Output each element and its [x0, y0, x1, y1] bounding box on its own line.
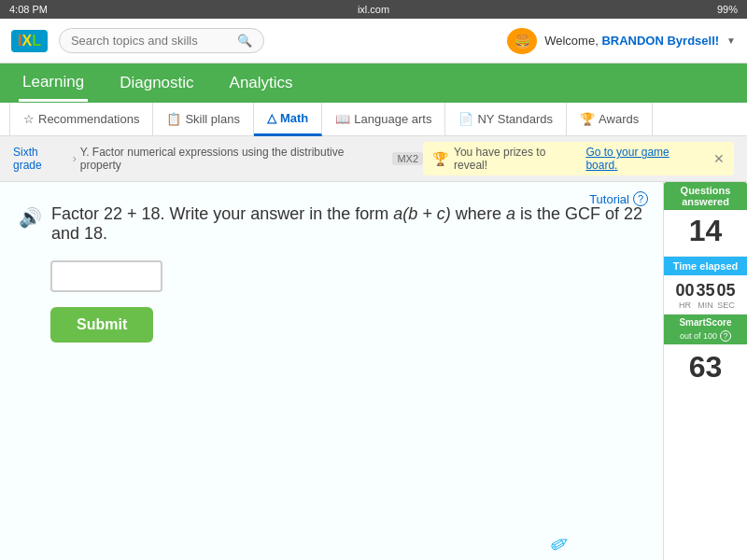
mx-badge: MX2: [392, 152, 423, 165]
time-hr: 00 HR: [675, 281, 694, 310]
tab-awards[interactable]: 🏆 Awards: [567, 103, 653, 136]
recommendations-icon: ☆: [23, 112, 35, 126]
nav-right: 🍔 Welcome, BRANDON Byrdsell! ▼: [507, 28, 736, 54]
status-bar: 4:08 PM ixl.com 99%: [0, 0, 747, 19]
breadcrumb-separator: ›: [73, 152, 77, 165]
question-area: Tutorial ? 🔊 Factor 22 + 18. Write your …: [0, 182, 663, 560]
breadcrumb: Sixth grade › Y. Factor numerical expres…: [13, 146, 423, 172]
top-nav: IXL 🔍 🍔 Welcome, BRANDON Byrdsell! ▼: [0, 19, 747, 63]
prize-text: You have prizes to reveal!: [454, 146, 580, 172]
logo-box: IXL: [11, 30, 48, 52]
prize-banner: 🏆 You have prizes to reveal! Go to your …: [423, 142, 734, 175]
tutorial-button[interactable]: Tutorial ?: [589, 191, 648, 206]
prize-icon: 🏆: [432, 151, 448, 166]
username: BRANDON Byrdsell!: [601, 34, 719, 48]
question-text: 🔊 Factor 22 + 18. Write your answer in t…: [19, 204, 644, 244]
tab-language-arts[interactable]: 📖 Language arts: [322, 103, 445, 136]
sub-nav: ☆ Recommendations 📋 Skill plans △ Math 📖…: [0, 103, 747, 136]
breadcrumb-bar: Sixth grade › Y. Factor numerical expres…: [0, 136, 747, 182]
status-time: 4:08 PM: [9, 4, 48, 15]
logo[interactable]: IXL: [11, 30, 48, 52]
pencil-icon[interactable]: ✏: [545, 528, 574, 560]
prize-link[interactable]: Go to your game board.: [585, 146, 702, 172]
status-battery: 99%: [717, 4, 738, 15]
smartscore-box: SmartScore out of 100 ? 63: [664, 315, 747, 390]
language-arts-icon: 📖: [335, 112, 350, 126]
awards-icon: 🏆: [580, 112, 595, 126]
profile-dropdown[interactable]: ▼: [726, 35, 736, 46]
smartscore-help-icon[interactable]: ?: [720, 330, 731, 342]
smartscore-sub: out of 100 ?: [664, 330, 747, 344]
time-sec: 05 SEC: [717, 281, 736, 310]
search-bar[interactable]: 🔍: [59, 28, 264, 53]
ny-standards-icon: 📄: [458, 112, 473, 126]
questions-answered-box: Questions answered 14: [664, 182, 747, 257]
smartscore-label: SmartScore: [664, 315, 747, 330]
search-input[interactable]: [71, 34, 233, 48]
hamburger-icon[interactable]: 🍔: [507, 28, 537, 54]
submit-button[interactable]: Submit: [50, 307, 153, 343]
nav-learning[interactable]: Learning: [19, 65, 88, 102]
right-panel: Questions answered 14 Time elapsed 00 HR…: [663, 182, 747, 560]
questions-answered-value: 14: [669, 214, 741, 248]
nav-analytics[interactable]: Analytics: [226, 66, 297, 100]
answer-input[interactable]: [50, 260, 162, 292]
nav-diagnostic[interactable]: Diagnostic: [116, 66, 197, 100]
questions-answered-label: Questions answered: [664, 182, 747, 210]
tab-ny-standards[interactable]: 📄 NY Standards: [445, 103, 567, 136]
prize-close[interactable]: ✕: [713, 151, 725, 166]
breadcrumb-grade[interactable]: Sixth grade: [13, 146, 69, 172]
tutorial-help-icon: ?: [633, 191, 648, 206]
tab-math[interactable]: △ Math: [254, 103, 322, 136]
search-icon: 🔍: [237, 34, 252, 48]
time-elapsed-box: Time elapsed 00 HR 35 MIN 05 SEC: [664, 257, 747, 315]
math-icon: △: [267, 111, 276, 125]
time-min: 35 MIN: [696, 281, 714, 310]
tab-recommendations[interactable]: ☆ Recommendations: [9, 103, 153, 136]
breadcrumb-section: Y. Factor numerical expressions using th…: [80, 146, 384, 172]
time-elapsed-label: Time elapsed: [664, 257, 747, 275]
question-content: Factor 22 + 18. Write your answer in the…: [51, 204, 644, 244]
time-digits: 00 HR 35 MIN 05 SEC: [664, 275, 747, 314]
tab-skill-plans[interactable]: 📋 Skill plans: [153, 103, 254, 136]
green-nav: Learning Diagnostic Analytics: [0, 63, 747, 103]
skill-plans-icon: 📋: [166, 112, 181, 126]
smartscore-value: 63: [664, 344, 747, 390]
status-url: ixl.com: [358, 4, 389, 15]
speaker-icon[interactable]: 🔊: [19, 206, 42, 229]
main-content: Tutorial ? 🔊 Factor 22 + 18. Write your …: [0, 182, 747, 560]
welcome-text: Welcome, BRANDON Byrdsell!: [544, 34, 719, 48]
